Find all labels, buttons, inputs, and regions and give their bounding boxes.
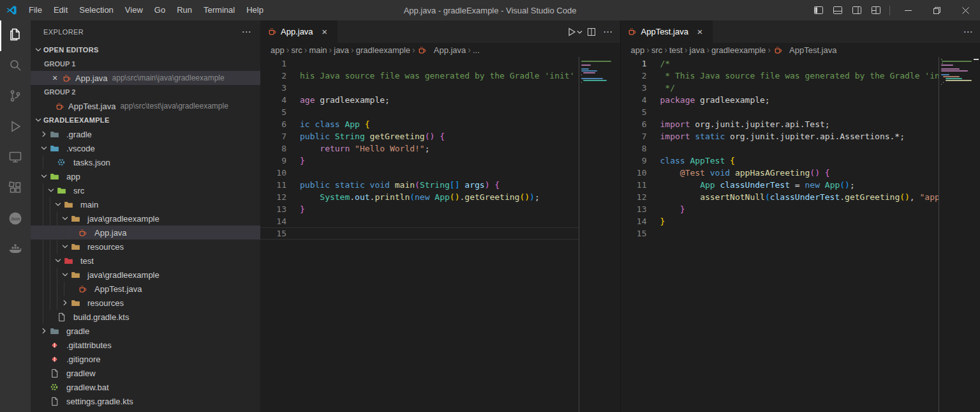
code-area[interactable]: 12his Java source file was generated by … (260, 57, 620, 412)
open-editor-item[interactable]: ×App.javaapp\src\main\java\gradleexample (31, 71, 260, 85)
activity-explorer[interactable] (0, 20, 31, 51)
explorer-icon (8, 27, 23, 45)
layout-customize-icon[interactable] (866, 0, 886, 20)
project-header[interactable]: GRADLEEXAMPLE (31, 113, 260, 127)
layout-sidebar-left-icon[interactable] (809, 0, 828, 20)
code-text (300, 215, 620, 227)
tree-item[interactable]: gradle (31, 324, 260, 338)
tree-item[interactable]: test (31, 254, 260, 268)
minimap[interactable] (939, 57, 980, 412)
tree-item[interactable]: .gitattributes (31, 338, 260, 352)
tree-item[interactable]: resources (31, 296, 260, 310)
breadcrumb-item[interactable]: app (271, 45, 285, 55)
more-actions-icon[interactable]: ⋯ (960, 24, 976, 40)
minimap[interactable] (579, 57, 620, 412)
more-actions-icon[interactable]: ⋯ (600, 24, 616, 40)
chevron-right-icon[interactable] (38, 326, 49, 335)
chevron-down-icon[interactable] (52, 256, 63, 265)
split-editor-button[interactable] (583, 24, 600, 40)
tree-item[interactable]: java\gradleexample (31, 268, 260, 282)
indent-guide (45, 268, 52, 282)
breadcrumb-item[interactable]: AppTest.java (773, 45, 836, 55)
menu-terminal[interactable]: Terminal (198, 0, 241, 20)
chevron-down-icon[interactable] (59, 270, 70, 279)
run-java-button[interactable] (566, 24, 583, 40)
menu-edit[interactable]: Edit (48, 0, 73, 20)
tree-item[interactable]: main (31, 197, 260, 211)
activity-run-debug[interactable] (0, 112, 31, 143)
chevron-down-icon[interactable] (38, 172, 49, 181)
activity-docker[interactable] (0, 235, 31, 266)
breadcrumb-item[interactable]: java (690, 45, 705, 55)
code-area[interactable]: 1/*2 * This Java source file was generat… (621, 57, 980, 412)
breadcrumb-item[interactable]: gradleexample (711, 45, 766, 55)
menu-view[interactable]: View (119, 0, 149, 20)
java-icon (54, 101, 64, 111)
tree-item[interactable]: .gradle (31, 127, 260, 141)
more-actions-icon[interactable]: ⋯ (242, 26, 251, 38)
breadcrumb-item[interactable]: test (669, 45, 683, 55)
tree-item[interactable]: java\gradleexample (31, 211, 260, 225)
close-icon[interactable]: × (48, 73, 61, 83)
tree-item[interactable]: gradlew (31, 366, 260, 380)
chevron-down-icon[interactable] (59, 214, 70, 223)
tree-item[interactable]: .gitignore (31, 352, 260, 366)
tree-item[interactable]: resources (31, 240, 260, 254)
tree-item[interactable]: tasks.json (31, 155, 260, 169)
tree-item[interactable]: App.java (31, 225, 260, 240)
breadcrumb-item[interactable]: gradleexample (356, 45, 410, 55)
layout-panel-icon[interactable] (828, 0, 847, 20)
breadcrumb-item[interactable]: src (651, 45, 662, 55)
tree-item[interactable]: settings.gradle.kts (31, 394, 260, 408)
menu-file[interactable]: File (23, 0, 48, 20)
activity-json-badge[interactable]: Json (0, 204, 31, 235)
breadcrumb-item[interactable]: java (334, 45, 349, 55)
menu-run[interactable]: Run (171, 0, 198, 20)
open-editor-item[interactable]: AppTest.javaapp\src\test\java\gradleexam… (31, 99, 260, 113)
tree-item-label: .gradle (66, 130, 92, 139)
menu-selection[interactable]: Selection (73, 0, 119, 20)
chevron-down-icon[interactable] (38, 144, 49, 153)
tree-item[interactable]: AppTest.java (31, 282, 260, 296)
line-number: 3 (621, 82, 660, 94)
activity-remote-explorer[interactable] (0, 143, 31, 174)
tree-item[interactable]: .vscode (31, 141, 260, 155)
json-badge-icon: Json (8, 211, 23, 229)
code-line: 3 (260, 82, 620, 94)
tree-item[interactable]: src (31, 183, 260, 197)
menu-go[interactable]: Go (149, 0, 171, 20)
indent-guide (52, 240, 59, 254)
activity-search[interactable] (0, 51, 31, 82)
chevron-down-icon[interactable] (52, 200, 63, 209)
breadcrumb-item[interactable]: ... (473, 45, 480, 55)
breadcrumb-label: gradleexample (356, 45, 410, 55)
chevron-right-icon[interactable] (38, 130, 49, 139)
minimize-button[interactable] (894, 0, 923, 20)
open-editor-name: AppTest.java (68, 102, 115, 111)
tab-close-icon[interactable]: × (694, 26, 706, 38)
tree-item[interactable]: gradlew.bat (31, 380, 260, 394)
tab-close-icon[interactable]: × (318, 26, 331, 38)
tree-item[interactable]: build.gradle.kts (31, 310, 260, 324)
open-editors-header[interactable]: OPEN EDITORS (31, 43, 260, 57)
tree-item[interactable]: app (31, 169, 260, 183)
chevron-right-icon[interactable] (59, 298, 70, 307)
folder-icon (70, 270, 80, 280)
close-button[interactable] (951, 0, 980, 20)
breadcrumb-item[interactable]: App.java (417, 45, 466, 55)
chevron-down-icon[interactable] (45, 186, 56, 195)
chevron-down-icon[interactable] (59, 242, 70, 251)
breadcrumb-item[interactable]: main (309, 45, 327, 55)
activity-extensions[interactable] (0, 174, 31, 204)
tab-AppTest.java[interactable]: AppTest.java× (621, 20, 713, 43)
activity-source-control[interactable] (0, 82, 31, 112)
breadcrumb-item[interactable]: src (291, 45, 302, 55)
menu-help[interactable]: Help (241, 0, 269, 20)
tree-item-label: java\gradleexample (87, 214, 160, 224)
code-line: 3 */ (621, 82, 980, 94)
breadcrumb-item[interactable]: app (631, 45, 645, 55)
breadcrumb-separator: › (351, 45, 354, 55)
tab-App.java[interactable]: App.java× (260, 20, 338, 43)
layout-sidebar-right-icon[interactable] (847, 0, 866, 20)
restore-button[interactable] (923, 0, 951, 20)
